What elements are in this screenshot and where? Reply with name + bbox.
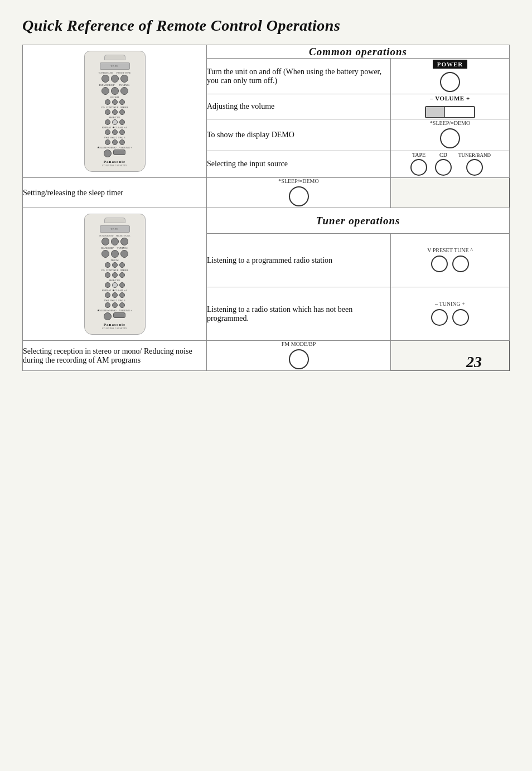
sleep-control: *SLEEP/=DEMO — [207, 178, 391, 208]
preset-control: V PRESET TUNE ^ — [391, 234, 510, 287]
volume-description: Adjusting the volume — [207, 94, 391, 119]
power-button-icon — [440, 72, 460, 92]
sleep-label: *SLEEP/=DEMO — [278, 178, 318, 184]
demo-button-icon — [440, 128, 460, 148]
preset-label: V PRESET TUNE ^ — [427, 247, 473, 253]
input-source-control: TAPE CD TUNER/BAND — [391, 151, 510, 177]
power-label: POWER — [433, 60, 468, 69]
tuning-control: – TUNING + — [391, 287, 510, 341]
tuning-label: – TUNING + — [435, 301, 465, 307]
fmmode-description: Selecting reception in stereo or mono/ R… — [23, 341, 207, 371]
tuner-band-label: TUNER/BAND — [458, 152, 491, 158]
common-operations-header-row: TAPE TUNER/BANDPRESET TUNE FM MODE/BPTUN… — [23, 45, 510, 59]
tuning-description: Listening to a radio station which has n… — [207, 287, 391, 341]
volume-control: – VOLUME + — [391, 94, 510, 119]
demo-description: To show the display DEMO — [207, 119, 391, 151]
volume-slider-icon — [425, 106, 475, 118]
sleep-description: Setting/releasing the sleep timer — [23, 178, 207, 208]
common-op-row-sleep: Setting/releasing the sleep timer *SLEEP… — [23, 178, 510, 208]
tuning-down-button-icon — [431, 309, 448, 326]
volume-label: – VOLUME + — [430, 95, 470, 102]
tape-button-icon — [410, 159, 427, 176]
demo-control: *SLEEP/=DEMO — [391, 119, 510, 151]
tuner-operations-header-row: TAPE TUNER/BANDPRESET TUNE RANGE/BPTUNIN… — [23, 208, 510, 234]
preset-up-button-icon — [452, 256, 469, 272]
preset-description: Listening to a programmed radio station — [207, 234, 391, 287]
fmmode-control: FM MODE/BP — [207, 341, 391, 371]
preset-down-button-icon — [431, 256, 448, 272]
page-title: Quick Reference of Remote Control Operat… — [22, 17, 510, 35]
tuner-band-button-icon — [466, 159, 483, 176]
cd-label: CD — [439, 152, 447, 158]
fmmode-button-icon — [289, 349, 309, 369]
remote-control-illustration-1: TAPE TUNER/BANDPRESET TUNE FM MODE/BPTUN… — [84, 51, 146, 172]
tape-label: TAPE — [412, 152, 425, 158]
tuning-up-button-icon — [452, 309, 469, 326]
tuner-op-row-fmmode: Selecting reception in stereo or mono/ R… — [23, 341, 510, 371]
common-operations-header: Common operations — [207, 45, 510, 59]
tuner-operations-header: Tuner operations — [207, 208, 510, 234]
demo-label: *SLEEP/=DEMO — [430, 120, 470, 126]
input-description: Selecting the input source — [207, 151, 391, 177]
remote-control-illustration-2: TAPE TUNER/BANDPRESET TUNE RANGE/BPTUNIN… — [84, 214, 146, 335]
fmmode-label: FM MODE/BP — [282, 341, 316, 347]
power-description: Turn the unit on and off (When using the… — [207, 59, 391, 94]
sleep-button-icon — [289, 186, 309, 206]
cd-button-icon — [435, 159, 452, 176]
power-control: POWER — [391, 59, 510, 94]
page-number: 23 — [466, 353, 482, 371]
